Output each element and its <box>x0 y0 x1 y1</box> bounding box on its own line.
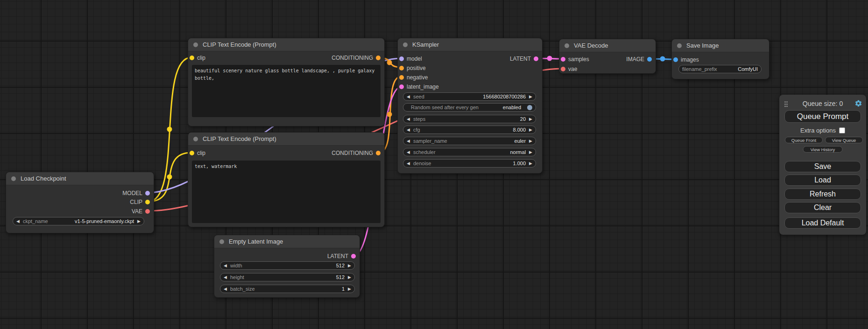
output-port-conditioning: CONDITIONING <box>332 54 381 62</box>
toggle-enabled-icon[interactable] <box>527 105 532 110</box>
collapse-dot-icon[interactable] <box>219 239 224 244</box>
negative-prompt-textarea[interactable]: text, watermark <box>192 161 381 223</box>
increment-arrow-icon[interactable]: ▶ <box>529 128 532 132</box>
increment-arrow-icon[interactable]: ▶ <box>529 139 532 143</box>
increment-arrow-icon[interactable]: ▶ <box>529 95 532 99</box>
link-midpoint-dot <box>387 112 392 117</box>
clip-port-dot[interactable] <box>145 200 150 204</box>
samples-port-dot[interactable] <box>561 57 565 62</box>
positive-prompt-textarea[interactable]: beautiful scenery nature glass bottle la… <box>192 65 381 117</box>
decrement-arrow-icon[interactable]: ◀ <box>407 117 410 121</box>
width-widget[interactable]: ◀ width 512 ▶ <box>220 261 355 270</box>
increment-arrow-icon[interactable]: ▶ <box>348 264 351 268</box>
decrement-arrow-icon[interactable]: ◀ <box>407 150 410 154</box>
scheduler-widget[interactable]: ◀ scheduler normal ▶ <box>403 148 536 156</box>
filename-prefix-widget[interactable]: filename_prefix ComfyUI <box>678 65 762 73</box>
denoise-widget[interactable]: ◀ denoise 1.000 ▶ <box>403 159 536 168</box>
empty-latent-image-node[interactable]: Empty Latent Image LATENT ◀ width 512 ▶ … <box>214 235 360 298</box>
clip-text-encode-positive-node[interactable]: CLIP Text Encode (Prompt) clip CONDITION… <box>188 38 385 126</box>
vae-port-dot[interactable] <box>145 209 150 214</box>
queue-size-label: Queue size: 0 <box>779 100 866 107</box>
output-port-conditioning: CONDITIONING <box>332 149 381 157</box>
vae-decode-node[interactable]: VAE Decode samples vae IMAGE <box>559 39 656 74</box>
positive-port-dot[interactable] <box>399 66 404 70</box>
image-port-dot[interactable] <box>647 57 652 62</box>
view-history-button[interactable]: View History <box>803 146 843 153</box>
increment-arrow-icon[interactable]: ▶ <box>529 161 532 166</box>
sampler-name-widget[interactable]: ◀ sampler_name euler ▶ <box>403 137 536 145</box>
refresh-button[interactable]: Refresh <box>784 189 861 200</box>
latent-port-dot[interactable] <box>351 254 356 259</box>
node-header[interactable]: CLIP Text Encode (Prompt) <box>188 38 384 51</box>
save-button[interactable]: Save <box>784 161 861 172</box>
decrement-arrow-icon[interactable]: ◀ <box>224 275 227 280</box>
vae-port-dot[interactable] <box>561 67 565 71</box>
increment-arrow-icon[interactable]: ▶ <box>348 287 351 291</box>
settings-gear-icon[interactable] <box>854 99 862 107</box>
model-port-dot[interactable] <box>145 191 150 196</box>
cfg-widget[interactable]: ◀ cfg 8.000 ▶ <box>403 126 536 134</box>
node-header[interactable]: Save Image <box>672 39 769 52</box>
images-port-dot[interactable] <box>673 57 678 62</box>
queue-front-button[interactable]: Queue Front <box>785 137 823 143</box>
decrement-arrow-icon[interactable]: ◀ <box>407 95 410 99</box>
link-midpoint-dot <box>167 127 172 132</box>
ksampler-node[interactable]: KSampler model positive negative latent_… <box>397 38 543 174</box>
clip-text-encode-negative-node[interactable]: CLIP Text Encode (Prompt) clip CONDITION… <box>188 132 385 227</box>
collapse-dot-icon[interactable] <box>403 42 408 47</box>
height-widget[interactable]: ◀ height 512 ▶ <box>220 273 355 281</box>
node-title: Empty Latent Image <box>229 238 283 245</box>
output-port-vae: VAE <box>132 208 150 215</box>
node-header[interactable]: KSampler <box>398 38 542 51</box>
increment-arrow-icon[interactable]: ▶ <box>348 275 351 280</box>
queue-panel: Queue size: 0 Queue Prompt Extra options… <box>779 95 866 235</box>
model-port-dot[interactable] <box>399 56 404 61</box>
node-header[interactable]: CLIP Text Encode (Prompt) <box>188 133 384 146</box>
decrement-arrow-icon[interactable]: ◀ <box>224 264 227 268</box>
extra-options-checkbox[interactable] <box>839 127 845 133</box>
steps-widget[interactable]: ◀ steps 20 ▶ <box>403 115 536 123</box>
load-button[interactable]: Load <box>784 175 861 186</box>
collapse-dot-icon[interactable] <box>677 43 682 48</box>
random-seed-toggle-widget[interactable]: Random seed after every gen enabled <box>403 103 536 112</box>
latent-port-dot[interactable] <box>534 56 538 61</box>
increment-arrow-icon[interactable]: ▶ <box>529 150 532 154</box>
collapse-dot-icon[interactable] <box>565 43 569 48</box>
clear-button[interactable]: Clear <box>784 202 861 213</box>
clip-port-dot[interactable] <box>190 151 194 155</box>
decrement-arrow-icon[interactable]: ◀ <box>407 128 410 132</box>
extra-options-label: Extra options <box>800 127 836 134</box>
conditioning-port-dot[interactable] <box>376 56 381 60</box>
node-graph-canvas[interactable]: CLIP Text Encode (Prompt) clip CONDITION… <box>0 0 868 329</box>
clip-port-dot[interactable] <box>190 56 194 60</box>
link-midpoint-dot <box>660 56 665 62</box>
view-queue-button[interactable]: View Queue <box>825 137 863 143</box>
collapse-dot-icon[interactable] <box>11 176 16 181</box>
decrement-arrow-icon[interactable]: ◀ <box>407 161 410 166</box>
seed-widget[interactable]: ◀ seed 156680208700286 ▶ <box>403 92 536 101</box>
load-default-button[interactable]: Load Default <box>784 217 861 229</box>
output-port-clip: CLIP <box>130 198 150 206</box>
increment-arrow-icon[interactable]: ▶ <box>137 219 141 224</box>
input-port-clip: clip <box>190 54 205 62</box>
decrement-arrow-icon[interactable]: ◀ <box>407 139 410 143</box>
collapse-dot-icon[interactable] <box>193 137 198 141</box>
latent-port-dot[interactable] <box>399 84 404 89</box>
negative-port-dot[interactable] <box>399 75 404 80</box>
input-port-model: model <box>399 55 422 63</box>
output-port-latent: LATENT <box>327 252 356 260</box>
save-image-node[interactable]: Save Image images filename_prefix ComfyU… <box>671 39 769 79</box>
node-header[interactable]: VAE Decode <box>559 39 656 52</box>
decrement-arrow-icon[interactable]: ◀ <box>224 287 227 291</box>
queue-prompt-button[interactable]: Queue Prompt <box>784 110 861 123</box>
ckpt-name-widget[interactable]: ◀ ckpt_name v1-5-pruned-emaonly.ckpt ▶ <box>13 217 144 225</box>
node-header[interactable]: Empty Latent Image <box>214 235 360 248</box>
increment-arrow-icon[interactable]: ▶ <box>529 117 532 121</box>
load-checkpoint-node[interactable]: Load Checkpoint MODEL CLIP VAE ◀ ckpt_na… <box>6 172 154 233</box>
input-port-positive: positive <box>399 64 426 72</box>
batch-size-widget[interactable]: ◀ batch_size 1 ▶ <box>220 285 355 293</box>
collapse-dot-icon[interactable] <box>193 42 198 47</box>
node-header[interactable]: Load Checkpoint <box>6 172 154 185</box>
decrement-arrow-icon[interactable]: ◀ <box>16 219 20 224</box>
conditioning-port-dot[interactable] <box>376 151 381 155</box>
